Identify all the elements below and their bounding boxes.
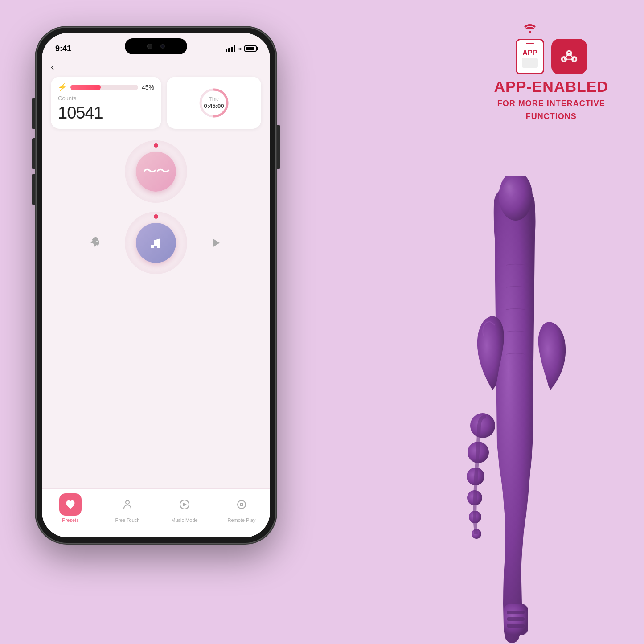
battery-counts-card: ⚡ 45% Counts 10541 (51, 77, 161, 129)
svg-point-2 (96, 241, 98, 242)
bottom-knob-inner (136, 223, 176, 263)
battery-percent: 45% (142, 84, 154, 91)
back-button[interactable]: ‹ (42, 57, 270, 73)
tab-music-mode-label: Music Mode (171, 517, 197, 523)
battery-icon (244, 45, 257, 52)
tab-remote-play-label: Remote Play (228, 517, 256, 523)
battery-bar-fill (70, 85, 101, 90)
app-content: ⚡ 45% Counts 10541 (42, 73, 270, 279)
tab-music-mode[interactable]: Music Mode (156, 493, 213, 523)
signal-wifi-icon (521, 22, 539, 37)
rocket-icon[interactable] (85, 232, 107, 254)
bottom-knob-dot (154, 214, 158, 219)
app-enabled-subtitle-1: FOR MORE INTERACTIVE (497, 99, 605, 108)
app-enabled-title: APP-ENABLED (494, 78, 608, 95)
bottom-knob-row (51, 212, 261, 274)
camera-dot (147, 44, 152, 49)
bottom-knob-outer[interactable] (125, 212, 187, 274)
tab-remote-play[interactable]: Remote Play (213, 493, 270, 523)
top-knob-inner: 〜〜 (136, 152, 176, 192)
product-image (412, 176, 626, 644)
camera-lens (160, 44, 165, 49)
timer-text: Time 0:45:00 (204, 96, 224, 109)
wifi-icon: ≈ (238, 45, 242, 52)
stats-row: ⚡ 45% Counts 10541 (51, 77, 261, 129)
dynamic-island (125, 38, 187, 54)
svg-marker-3 (213, 238, 220, 247)
timer-value: 0:45:00 (204, 102, 224, 109)
app-badge-area: APP APP-ENABLED FOR MORE INTERACTIVE FUN… (494, 22, 608, 121)
signal-icon (226, 45, 235, 52)
top-knob-dot (154, 143, 158, 148)
app-phone-box: APP (516, 22, 544, 74)
timer-label: Time (204, 96, 224, 101)
tab-bar: Presets Free Touch (42, 488, 270, 537)
badge-icons-row: APP (516, 22, 587, 74)
top-knob-bg: 〜〜 (125, 140, 187, 203)
tab-presets-label: Presets (62, 517, 78, 523)
wave-icon: 〜〜 (143, 162, 169, 181)
tab-presets[interactable]: Presets (42, 493, 99, 523)
lightning-icon: ⚡ (58, 83, 67, 91)
svg-point-6 (238, 500, 246, 509)
svg-rect-29 (507, 624, 525, 628)
svg-rect-28 (507, 617, 525, 621)
svg-point-4 (126, 500, 129, 504)
timer-card: Time 0:45:00 (167, 77, 261, 129)
controls-area: 〜〜 (51, 136, 261, 279)
counts-value: 10541 (58, 103, 154, 123)
remote-play-icon-wrap (230, 493, 253, 516)
tab-free-touch-label: Free Touch (115, 517, 140, 523)
presets-icon-wrap (59, 493, 82, 516)
app-phone-icon: APP (516, 39, 544, 74)
bottom-knob-bg (125, 212, 187, 274)
phone-frame: 9:41 ≈ ‹ (36, 27, 276, 544)
play-icon[interactable] (205, 232, 227, 254)
timer-circle: Time 0:45:00 (198, 87, 230, 119)
battery-bar (70, 85, 138, 90)
phone-mockup: 9:41 ≈ ‹ (36, 27, 276, 544)
counts-label: Counts (58, 95, 154, 102)
honeyplaybox-icon (551, 39, 587, 74)
music-mode-icon-wrap (173, 493, 196, 516)
status-icons: ≈ (226, 45, 257, 52)
battery-row: ⚡ 45% (58, 83, 154, 91)
top-knob-row: 〜〜 (51, 140, 261, 203)
status-time: 9:41 (55, 44, 71, 53)
battery-fill (246, 47, 254, 50)
svg-point-19 (503, 179, 522, 204)
top-knob-outer[interactable]: 〜〜 (125, 140, 187, 203)
svg-point-8 (529, 31, 531, 33)
phone-screen: 9:41 ≈ ‹ (42, 33, 270, 537)
app-enabled-subtitle-2: FUNCTIONS (526, 112, 577, 121)
tab-free-touch[interactable]: Free Touch (99, 493, 156, 523)
svg-rect-27 (507, 611, 525, 614)
free-touch-icon-wrap (116, 493, 139, 516)
app-label: APP (522, 49, 537, 57)
svg-point-7 (240, 503, 243, 506)
